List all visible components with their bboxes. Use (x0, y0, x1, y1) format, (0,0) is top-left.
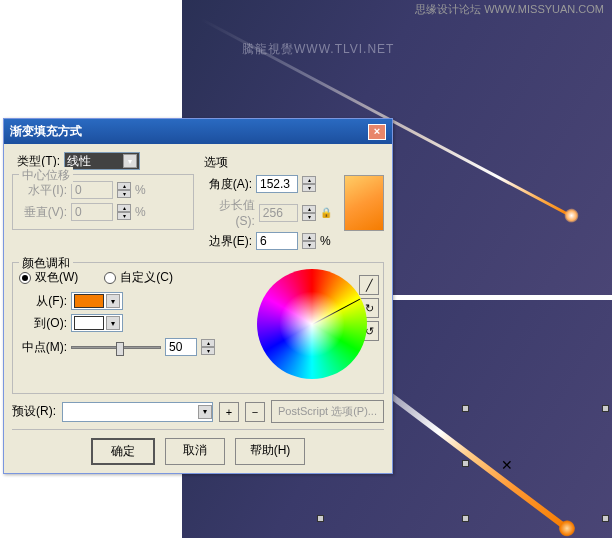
from-label: 从(F): (19, 293, 67, 310)
selection-handle[interactable] (602, 405, 609, 412)
dialog-title: 渐变填充方式 (10, 123, 82, 140)
spin-down-icon[interactable]: ▾ (302, 184, 316, 192)
color-wheel-area: ╱ ↻ ↺ (257, 269, 377, 389)
postscript-options-button: PostScript 选项(P)... (271, 400, 384, 423)
midpoint-input[interactable]: 50 (165, 338, 197, 356)
angle-input[interactable]: 152.3 (256, 175, 298, 193)
spin-down-icon: ▾ (117, 212, 131, 220)
dialog-titlebar[interactable]: 渐变填充方式 × (4, 119, 392, 144)
from-color-picker[interactable]: ▾ (71, 292, 123, 310)
step-input: 256 (259, 204, 298, 222)
edge-label: 边界(E): (204, 233, 252, 250)
gradient-fill-dialog: 渐变填充方式 × 类型(T): 线性 ▾ 中心位移 水平(I): 0 ▴▾ (3, 118, 393, 474)
slider-thumb[interactable] (116, 342, 124, 356)
midpoint-label: 中点(M): (19, 339, 67, 356)
spin-down-icon: ▾ (302, 213, 316, 221)
step-label: 步长值(S): (204, 197, 255, 228)
wheel-angle-line (312, 299, 360, 325)
selection-handle[interactable] (602, 515, 609, 522)
midpoint-slider[interactable] (71, 346, 161, 349)
watermark-source: 思缘设计论坛 WWW.MISSYUAN.COM (415, 2, 604, 17)
to-color-picker[interactable]: ▾ (71, 314, 123, 332)
spin-down-icon[interactable]: ▾ (302, 241, 316, 249)
selection-handle[interactable] (462, 515, 469, 522)
to-color-swatch (74, 316, 104, 330)
vertical-label: 垂直(V): (19, 204, 67, 221)
brand-en: WWW.TLVI.NET (294, 42, 394, 56)
gradient-preview-swatch (344, 175, 384, 231)
spin-down-icon: ▾ (117, 190, 131, 198)
options-legend: 选项 (204, 154, 384, 171)
to-label: 到(O): (19, 315, 67, 332)
dialog-body: 类型(T): 线性 ▾ 中心位移 水平(I): 0 ▴▾ % 垂直 (4, 144, 392, 473)
color-blend-legend: 颜色调和 (19, 255, 73, 272)
selection-handle[interactable] (317, 515, 324, 522)
options-group: 选项 角度(A): 152.3 ▴▾ 步长值(S): 256 ▴▾ (204, 152, 384, 256)
center-offset-legend: 中心位移 (19, 167, 73, 184)
ok-button[interactable]: 确定 (91, 438, 155, 465)
spin-down-icon[interactable]: ▾ (201, 347, 215, 355)
spin-up-icon[interactable]: ▴ (302, 176, 316, 184)
center-marker[interactable]: ✕ (501, 457, 513, 473)
percent-label: % (320, 234, 331, 248)
lock-icon[interactable]: 🔒 (320, 207, 332, 218)
close-button[interactable]: × (368, 124, 386, 140)
custom-label[interactable]: 自定义(C) (120, 269, 173, 286)
direct-blend-icon[interactable]: ╱ (359, 275, 379, 295)
angle-label: 角度(A): (204, 176, 252, 193)
percent-label: % (135, 205, 146, 219)
type-combo[interactable]: 线性 ▾ (64, 152, 140, 170)
custom-radio[interactable] (104, 272, 116, 284)
preset-remove-button[interactable]: − (245, 402, 265, 422)
spin-up-icon: ▴ (117, 204, 131, 212)
two-color-radio[interactable] (19, 272, 31, 284)
spin-up-icon[interactable]: ▴ (302, 233, 316, 241)
type-value: 线性 (67, 153, 121, 170)
preset-add-button[interactable]: + (219, 402, 239, 422)
help-button[interactable]: 帮助(H) (235, 438, 306, 465)
from-color-swatch (74, 294, 104, 308)
color-blend-group: 颜色调和 双色(W) 自定义(C) 从(F): ▾ (12, 262, 384, 394)
edge-input[interactable]: 6 (256, 232, 298, 250)
chevron-down-icon[interactable]: ▾ (106, 294, 120, 308)
chevron-down-icon[interactable]: ▾ (106, 316, 120, 330)
selection-handle[interactable] (462, 405, 469, 412)
chevron-down-icon[interactable]: ▾ (198, 405, 212, 419)
preset-combo[interactable]: ▾ (62, 402, 213, 422)
color-wheel[interactable] (257, 269, 367, 379)
selection-handle[interactable] (462, 460, 469, 467)
horizontal-label: 水平(I): (19, 182, 67, 199)
center-offset-group: 中心位移 水平(I): 0 ▴▾ % 垂直(V): 0 ▴▾ % (12, 174, 194, 230)
spin-up-icon: ▴ (117, 182, 131, 190)
cancel-button[interactable]: 取消 (165, 438, 225, 465)
spin-up-icon[interactable]: ▴ (201, 339, 215, 347)
dialog-button-row: 确定 取消 帮助(H) (12, 429, 384, 465)
vertical-input: 0 (71, 203, 113, 221)
chevron-down-icon[interactable]: ▾ (123, 154, 137, 168)
percent-label: % (135, 183, 146, 197)
horizontal-input: 0 (71, 181, 113, 199)
spin-up-icon: ▴ (302, 205, 316, 213)
preset-label: 预设(R): (12, 403, 56, 420)
